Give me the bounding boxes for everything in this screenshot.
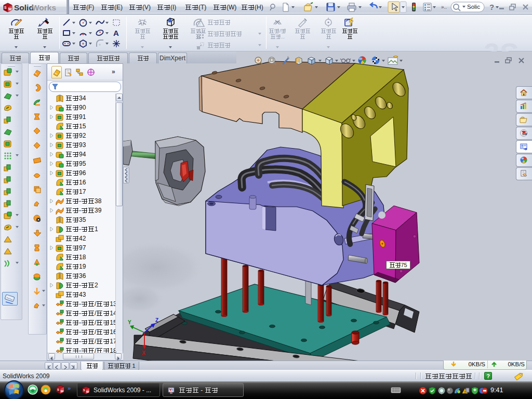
svg-text:Y: Y	[128, 320, 131, 325]
svg-text:A: A	[113, 29, 119, 37]
svg-text:S: S	[83, 389, 85, 392]
svg-text:W: W	[8, 7, 12, 11]
svg-text:Works: Works	[32, 3, 56, 12]
svg-text:S: S	[4, 6, 7, 9]
svg-text:Z: Z	[155, 317, 158, 323]
svg-text:W: W	[86, 390, 89, 393]
svg-text:Solic: Solic	[467, 4, 480, 10]
svg-text:»..: »..	[441, 4, 447, 10]
svg-text:X: X	[142, 350, 145, 356]
svg-text:!: !	[464, 390, 466, 394]
svg-text:W: W	[61, 390, 64, 393]
svg-text:!: !	[200, 21, 201, 26]
svg-text:?: ?	[489, 3, 494, 11]
svg-text:»: »	[68, 385, 71, 391]
svg-text:Solid: Solid	[14, 3, 34, 12]
svg-text:S: S	[57, 388, 59, 391]
svg-text:SW: SW	[522, 132, 527, 136]
